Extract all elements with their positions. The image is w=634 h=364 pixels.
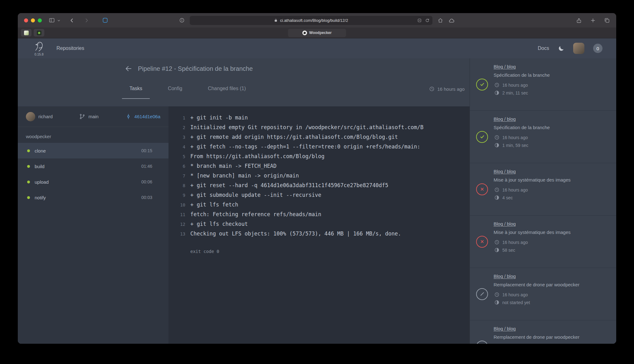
log-line-number: 6 <box>173 164 185 169</box>
repo-link[interactable]: Blog / blog <box>494 221 516 226</box>
back-button[interactable] <box>69 17 75 23</box>
active-tab-title: Woodpecker <box>309 31 332 35</box>
author-avatar <box>26 112 35 121</box>
task-name: clone <box>35 148 46 153</box>
entry-duration-row: 2 min, 11 sec <box>494 90 610 95</box>
user-avatar[interactable] <box>573 43 584 54</box>
woodpecker-app: 0.15.8 Repositories Docs 0 Pipeline #12 … <box>18 38 616 344</box>
zoom-window-button[interactable] <box>38 18 42 22</box>
entry-time-row: 16 hours ago <box>494 292 610 297</box>
reload-icon[interactable] <box>425 18 430 23</box>
commit-sha-link[interactable]: 4614d1e06a <box>125 114 160 119</box>
pipeline-tab[interactable]: Config <box>160 79 190 99</box>
sidebar-toggle-icon[interactable] <box>49 17 55 23</box>
git-commit-icon <box>125 114 131 119</box>
address-bar[interactable]: ci.athaliasoft.com/Blog/blog/build/12/2 <box>190 16 432 25</box>
new-tab-icon[interactable] <box>590 17 596 23</box>
pinned-tab-1[interactable] <box>21 29 32 36</box>
pipeline-tab[interactable]: Changed files (1) <box>200 79 253 99</box>
log-line-text: * branch main -> FETCH_HEAD <box>190 163 276 169</box>
task-row[interactable]: clone 00:15 <box>18 143 168 158</box>
repo-link[interactable]: Blog / blog <box>494 116 516 122</box>
log-line-text: + git reset --hard -q 4614d1e06a3dabf311… <box>190 182 388 188</box>
pipeline-entry-body: Blog / blog Remplacement de drone par wo… <box>494 325 610 344</box>
pipeline-entry[interactable]: Blog / blog Mise à jour systématique des… <box>470 216 616 268</box>
dark-mode-toggle-icon[interactable] <box>558 45 564 52</box>
tab-group-icon[interactable] <box>102 17 108 23</box>
pipeline-entry[interactable]: Blog / blog Spécification de la branche … <box>470 58 616 111</box>
page-title: Pipeline #12 - Spécification de la branc… <box>138 65 253 72</box>
nav-docs[interactable]: Docs <box>538 46 549 51</box>
pinned-tab-2[interactable] <box>34 29 44 36</box>
repo-link[interactable]: Blog / blog <box>494 274 516 279</box>
log-line-text: + git lfs fetch <box>190 201 238 208</box>
repo-link[interactable]: Blog / blog <box>494 64 516 69</box>
log-line: 12 + git lfs checkout <box>173 221 467 231</box>
check-icon <box>479 133 485 140</box>
back-arrow-icon[interactable] <box>125 65 132 72</box>
log-line-number: 1 <box>173 115 185 120</box>
commit-message: Remplacement de drone par woodpecker <box>494 334 610 340</box>
extension-badge-icon[interactable] <box>417 18 422 23</box>
woodpecker-logo[interactable]: 0.15.8 <box>31 41 47 56</box>
entry-time-row: 16 hours ago <box>494 187 610 192</box>
close-window-button[interactable] <box>24 18 28 22</box>
nav-repositories[interactable]: Repositories <box>56 46 84 51</box>
log-line-text: fetch: Fetching reference refs/heads/mai… <box>190 211 321 217</box>
task-row[interactable]: notify 00:03 <box>18 190 168 205</box>
tab-overview-icon[interactable] <box>604 17 610 23</box>
pipeline-entry-body: Blog / blog Mise à jour systématique des… <box>494 168 610 210</box>
log-line: 4 + git fetch --no-tags --depth=1 --filt… <box>173 143 467 153</box>
clock-icon <box>494 240 500 245</box>
exit-code: exit code 0 <box>173 249 467 254</box>
log-line: 7 * [new branch] main -> origin/main <box>173 172 467 182</box>
pipeline-entry[interactable]: Blog / blog Remplacement de drone par wo… <box>470 268 616 320</box>
pipeline-feed[interactable]: Blog / blog Spécification de la branche … <box>470 58 616 344</box>
commit-author: richard <box>26 112 53 121</box>
pipeline-entry[interactable]: Blog / blog Remplacement de drone par wo… <box>470 320 616 344</box>
repo-link[interactable]: Blog / blog <box>494 169 516 174</box>
forward-button[interactable] <box>84 17 90 23</box>
commit-message: Remplacement de drone par woodpecker <box>494 282 610 287</box>
chevron-down-icon[interactable] <box>57 18 61 22</box>
lock-icon <box>274 18 278 22</box>
entry-time: 16 hours ago <box>502 240 528 245</box>
page-settings-icon[interactable] <box>179 17 185 23</box>
slash-icon <box>479 291 485 297</box>
pipeline-entry[interactable]: Blog / blog Mise à jour systématique des… <box>470 163 616 216</box>
repo-link[interactable]: Blog / blog <box>494 326 516 331</box>
clock-icon <box>494 135 500 140</box>
log-line-number: 7 <box>173 173 185 178</box>
tab-strip: Woodpecker <box>18 27 616 38</box>
git-branch-icon <box>79 114 85 119</box>
log-line-text: + git init -b main <box>190 114 248 121</box>
entry-duration: 1 min, 59 sec <box>502 143 528 148</box>
log-line-text: Initialized empty Git repository in /woo… <box>190 124 423 130</box>
active-tab[interactable]: Woodpecker <box>288 29 346 37</box>
pipeline-tabs: 16 hours ago Tasks Config Changed files … <box>18 79 470 99</box>
log-line-text: + git remote add origin https://git.atha… <box>190 134 398 140</box>
share-icon[interactable] <box>576 17 582 23</box>
pipeline-entry[interactable]: Blog / blog Spécification de la branche … <box>470 111 616 163</box>
clock-icon <box>494 292 500 297</box>
log-viewer[interactable]: 1 + git init -b main 2 Initialized empty… <box>168 106 470 344</box>
pipeline-tab[interactable]: Tasks <box>122 79 150 99</box>
task-row[interactable]: upload 00:06 <box>18 174 168 190</box>
log-line: 8 + git reset --hard -q 4614d1e06a3dabf3… <box>173 182 467 192</box>
clock-icon <box>494 187 500 192</box>
entry-duration: 2 min, 11 sec <box>502 90 528 95</box>
app-header: 0.15.8 Repositories Docs 0 <box>18 38 616 58</box>
minimize-window-button[interactable] <box>31 18 35 22</box>
pipeline-status-icon <box>476 341 488 344</box>
task-status-dot-icon <box>27 149 30 152</box>
entry-time-row: 16 hours ago <box>494 135 610 140</box>
task-row[interactable]: build 01:46 <box>18 158 168 174</box>
task-status-dot-icon <box>27 181 30 183</box>
cloud-icon[interactable] <box>448 17 455 24</box>
home-icon[interactable] <box>437 17 443 23</box>
log-line-number: 4 <box>173 144 185 149</box>
pending-count-badge[interactable]: 0 <box>593 44 602 53</box>
pipeline-created-time: 16 hours ago <box>437 86 465 92</box>
browser-toolbar: ci.athaliasoft.com/Blog/blog/build/12/2 <box>18 13 616 27</box>
entry-duration: 58 sec <box>502 248 515 253</box>
